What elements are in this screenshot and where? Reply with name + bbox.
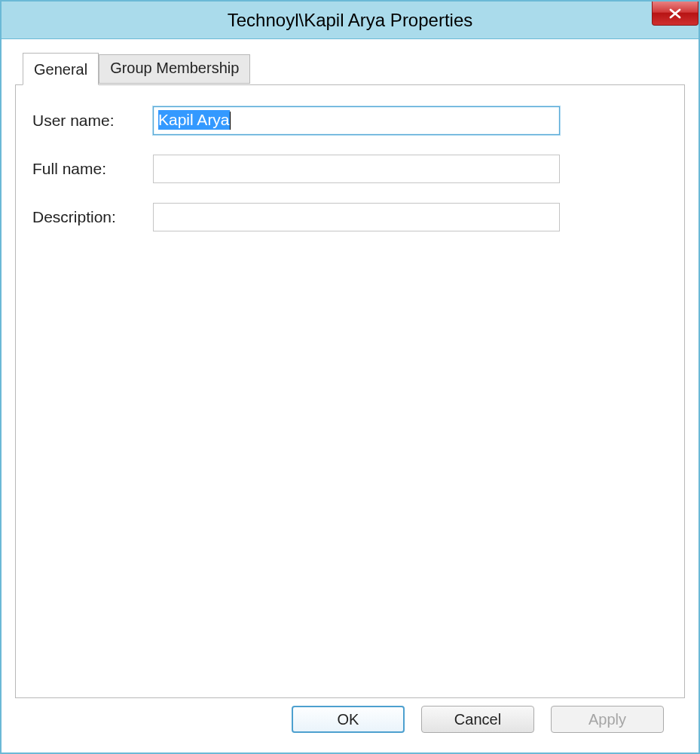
row-description: Description:	[32, 203, 668, 231]
username-input[interactable]: Kapil Arya	[153, 106, 560, 135]
general-panel: User name: Kapil Arya Full name: Descrip…	[15, 84, 685, 698]
description-input[interactable]	[153, 203, 560, 231]
ok-button[interactable]: OK	[292, 706, 405, 733]
properties-dialog: Technoyl\Kapil Arya Properties General G…	[0, 0, 700, 754]
close-button[interactable]	[652, 2, 698, 26]
tab-general[interactable]: General	[23, 53, 99, 85]
cancel-button[interactable]: Cancel	[421, 706, 534, 733]
username-value: Kapil Arya	[158, 110, 230, 130]
window-title: Technoyl\Kapil Arya Properties	[228, 10, 473, 31]
apply-button[interactable]: Apply	[551, 706, 664, 733]
tab-label: General	[34, 61, 87, 78]
description-label: Description:	[32, 208, 153, 226]
titlebar: Technoyl\Kapil Arya Properties	[2, 2, 698, 39]
username-label: User name:	[32, 112, 153, 130]
tab-label: Group Membership	[110, 60, 239, 76]
dialog-body: General Group Membership User name: Kapi…	[2, 39, 698, 752]
tab-group-membership[interactable]: Group Membership	[99, 54, 250, 84]
text-cursor	[230, 112, 231, 130]
button-row: OK Cancel Apply	[15, 698, 685, 740]
tab-strip: General Group Membership	[23, 53, 685, 84]
row-username: User name: Kapil Arya	[32, 106, 668, 135]
fullname-input[interactable]	[153, 155, 560, 183]
fullname-label: Full name:	[32, 160, 153, 178]
close-icon	[668, 8, 682, 19]
row-fullname: Full name:	[32, 155, 668, 183]
